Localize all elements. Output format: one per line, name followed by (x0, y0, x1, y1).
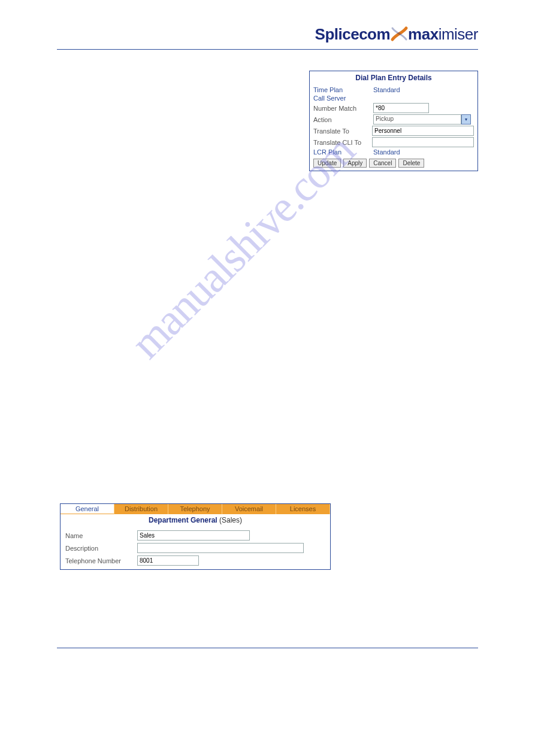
label-translate-cli-to: Translate CLI To (313, 139, 372, 146)
dial-plan-title: Dial Plan Entry Details (310, 71, 477, 86)
label-number-match: Number Match (313, 105, 373, 112)
row-dept-name: Name (61, 529, 330, 542)
value-time-plan[interactable]: Standard (373, 86, 400, 93)
tab-distribution[interactable]: Distribution (114, 504, 168, 514)
row-dept-telephone: Telephone Number (61, 554, 330, 569)
dial-plan-buttons: Update Apply Cancel Delete (310, 156, 477, 171)
row-translate-cli-to: Translate CLI To (310, 136, 477, 148)
label-dept-name: Name (65, 532, 137, 539)
label-action: Action (313, 116, 373, 123)
input-translate-cli-to[interactable] (372, 137, 474, 147)
logo-area: Splicecommaximiser (57, 24, 478, 44)
label-time-plan[interactable]: Time Plan (313, 86, 373, 93)
chevron-down-icon[interactable]: ▾ (461, 114, 471, 125)
tab-general[interactable]: General (61, 504, 114, 514)
apply-button[interactable]: Apply (343, 159, 367, 168)
row-call-server: Call Server (310, 94, 477, 102)
input-dept-telephone[interactable] (137, 555, 199, 566)
tab-licenses[interactable]: Licenses (276, 504, 330, 514)
input-translate-to[interactable] (372, 126, 474, 136)
logo-text-splice: Splice (315, 25, 359, 44)
top-divider (57, 49, 478, 50)
bottom-divider (57, 648, 478, 648)
row-number-match: Number Match (310, 102, 477, 114)
row-translate-to: Translate To (310, 125, 477, 136)
delete-button[interactable]: Delete (398, 159, 424, 168)
label-lcr-plan[interactable]: LCR Plan (313, 148, 373, 156)
department-title-suffix: (Sales) (217, 516, 242, 524)
dial-plan-panel: Dial Plan Entry Details Time Plan Standa… (309, 71, 478, 171)
label-dept-telephone: Telephone Number (65, 557, 137, 564)
row-action: Action Pickup ▾ (310, 114, 477, 125)
row-dept-description: Description (61, 542, 330, 554)
value-lcr-plan[interactable]: Standard (373, 148, 400, 156)
input-dept-description[interactable] (137, 543, 304, 553)
label-call-server[interactable]: Call Server (313, 95, 373, 102)
row-time-plan: Time Plan Standard (310, 86, 477, 94)
logo-swoosh-icon (389, 24, 409, 44)
cancel-button[interactable]: Cancel (369, 159, 396, 168)
department-panel: General Distribution Telephony Voicemail… (60, 503, 331, 570)
tab-voicemail[interactable]: Voicemail (222, 504, 276, 514)
department-title: Department General (Sales) (61, 514, 330, 529)
department-tabs: General Distribution Telephony Voicemail… (61, 504, 330, 514)
department-title-prefix: Department General (149, 516, 217, 524)
tab-telephony[interactable]: Telephony (168, 504, 222, 514)
select-action[interactable]: Pickup ▾ (373, 114, 471, 125)
label-translate-to: Translate To (313, 127, 372, 135)
update-button[interactable]: Update (313, 159, 341, 168)
input-number-match[interactable] (373, 103, 429, 113)
logo-text-imiser: imiser (439, 25, 478, 44)
input-dept-name[interactable] (137, 530, 250, 541)
row-lcr-plan: LCR Plan Standard (310, 148, 477, 156)
logo-text-max: max (408, 25, 439, 44)
logo-text-com: com (359, 25, 390, 44)
select-action-value: Pickup (373, 114, 461, 125)
label-dept-description: Description (65, 545, 137, 552)
